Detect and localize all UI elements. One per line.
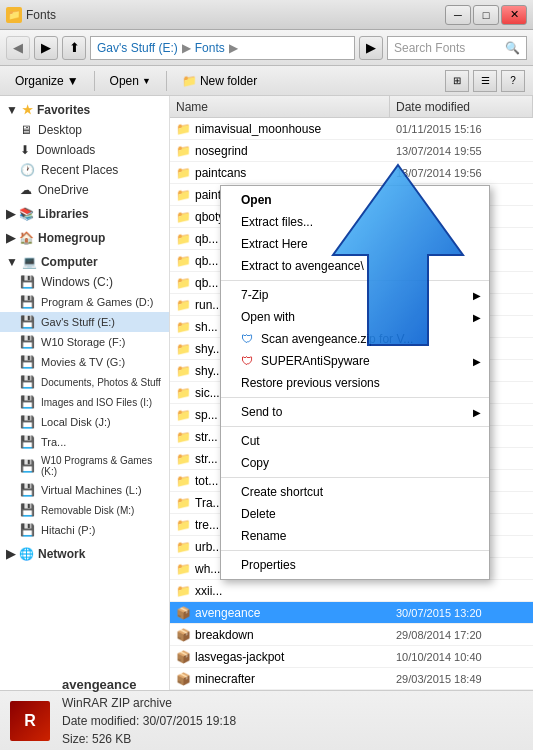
homegroup-icon: 🏠 <box>19 231 34 245</box>
sidebar-item-d[interactable]: 💾 Program & Games (D:) <box>0 292 169 312</box>
sidebar-item-f[interactable]: 💾 W10 Storage (F:) <box>0 332 169 352</box>
search-bar[interactable]: Search Fonts 🔍 <box>387 36 527 60</box>
ctx-sep-1 <box>221 280 489 281</box>
ctx-cut[interactable]: Cut <box>221 430 489 452</box>
file-row[interactable]: 📁nosegrind 13/07/2014 19:55 <box>170 140 533 162</box>
homegroup-arrow: ▶ <box>6 231 15 245</box>
file-row[interactable]: 📦breakdown 29/08/2014 17:20 <box>170 624 533 646</box>
back-button[interactable]: ◀ <box>6 36 30 60</box>
sidebar-header-favorites[interactable]: ▼ ★ Favorites <box>0 100 169 120</box>
sidebar-item-p[interactable]: 💾 Hitachi (P:) <box>0 520 169 540</box>
ctx-restore[interactable]: Restore previous versions <box>221 372 489 394</box>
computer-label: Computer <box>41 255 98 269</box>
sidebar-item-downloads[interactable]: ⬇ Downloads <box>0 140 169 160</box>
ctx-extract-files[interactable]: Extract files... <box>221 211 489 233</box>
sidebar-item-e[interactable]: 💾 Gav's Stuff (E:) <box>0 312 169 332</box>
sidebar-item-l[interactable]: 💾 Virtual Machines (L:) <box>0 480 169 500</box>
file-row[interactable]: 📁paintcans 13/07/2014 19:56 <box>170 162 533 184</box>
ctx-send-to[interactable]: Send to ▶ <box>221 401 489 423</box>
ctx-copy[interactable]: Copy <box>221 452 489 474</box>
sidebar-header-network[interactable]: ▶ 🌐 Network <box>0 544 169 564</box>
sidebar-item-desktop[interactable]: 🖥 Desktop <box>0 120 169 140</box>
ctx-scan-label: Scan avengeance.zip for V... <box>261 332 413 346</box>
sidebar-item-g[interactable]: 💾 Movies & TV (G:) <box>0 352 169 372</box>
ctx-create-shortcut[interactable]: Create shortcut <box>221 481 489 503</box>
address-part-1[interactable]: Gav's Stuff (E:) <box>97 41 178 55</box>
minimize-button[interactable]: ─ <box>445 5 471 25</box>
address-part-2[interactable]: Fonts <box>195 41 225 55</box>
sidebar-header-computer[interactable]: ▼ 💻 Computer <box>0 252 169 272</box>
drive-j-icon: 💾 <box>20 415 35 429</box>
up-button[interactable]: ⬆ <box>62 36 86 60</box>
window-title: Fonts <box>26 8 56 22</box>
drive-tra-label: Tra... <box>41 436 66 448</box>
drive-e-icon: 💾 <box>20 315 35 329</box>
address-go-button[interactable]: ▶ <box>359 36 383 60</box>
file-row[interactable]: 📦lasvegas-jackpot 10/10/2014 10:40 <box>170 646 533 668</box>
ctx-rename-label: Rename <box>241 529 286 543</box>
recent-icon: 🕐 <box>20 163 35 177</box>
ctx-superantispyware-icon: 🛡 <box>241 354 253 368</box>
sidebar-item-recent[interactable]: 🕐 Recent Places <box>0 160 169 180</box>
open-button[interactable]: Open ▼ <box>103 71 158 91</box>
help-button[interactable]: ? <box>501 70 525 92</box>
sidebar-item-onedrive[interactable]: ☁ OneDrive <box>0 180 169 200</box>
drive-g-label: Movies & TV (G:) <box>41 356 125 368</box>
column-header-name[interactable]: Name <box>170 96 390 117</box>
ctx-properties[interactable]: Properties <box>221 554 489 576</box>
homegroup-label: Homegroup <box>38 231 105 245</box>
ctx-sep-4 <box>221 477 489 478</box>
maximize-button[interactable]: □ <box>473 5 499 25</box>
drive-i-icon: 💾 <box>20 395 35 409</box>
drive-m-icon: 💾 <box>20 503 35 517</box>
ctx-superantispyware[interactable]: 🛡 SUPERAntiSpyware ▶ <box>221 350 489 372</box>
close-button[interactable]: ✕ <box>501 5 527 25</box>
address-bar[interactable]: Gav's Stuff (E:) ▶ Fonts ▶ <box>90 36 355 60</box>
sidebar-item-c[interactable]: 💾 Windows (C:) <box>0 272 169 292</box>
column-header-date[interactable]: Date modified <box>390 96 533 117</box>
sidebar-item-h[interactable]: 💾 Documents, Photos & Stuff <box>0 372 169 392</box>
sidebar-item-k[interactable]: 💾 W10 Programs & Games (K:) <box>0 452 169 480</box>
folder-icon: 📁 <box>176 474 191 488</box>
sidebar-header-libraries[interactable]: ▶ 📚 Libraries <box>0 204 169 224</box>
file-row[interactable]: 📁nimavisual_moonhouse 01/11/2015 15:16 <box>170 118 533 140</box>
file-row[interactable]: 📁xxii... <box>170 580 533 602</box>
ctx-rename[interactable]: Rename <box>221 525 489 547</box>
new-folder-button[interactable]: 📁 New folder <box>175 71 264 91</box>
toolbar: Organize ▼ Open ▼ 📁 New folder ⊞ ☰ ? <box>0 66 533 96</box>
recent-label: Recent Places <box>41 163 118 177</box>
view-details-button[interactable]: ☰ <box>473 70 497 92</box>
ctx-extract-to[interactable]: Extract to avengeance\ <box>221 255 489 277</box>
ctx-open-with[interactable]: Open with ▶ <box>221 306 489 328</box>
drive-p-label: Hitachi (P:) <box>41 524 95 536</box>
view-toggle-button[interactable]: ⊞ <box>445 70 469 92</box>
ctx-open[interactable]: Open <box>221 189 489 211</box>
status-info: avengeance WinRAR ZIP archive Date modif… <box>62 675 236 750</box>
ctx-superantispyware-arrow: ▶ <box>473 356 481 367</box>
forward-button[interactable]: ▶ <box>34 36 58 60</box>
drive-l-label: Virtual Machines (L:) <box>41 484 142 496</box>
toolbar-separator-1 <box>94 71 95 91</box>
sidebar-item-j[interactable]: 💾 Local Disk (J:) <box>0 412 169 432</box>
sidebar-item-m[interactable]: 💾 Removable Disk (M:) <box>0 500 169 520</box>
navigation-bar: ◀ ▶ ⬆ Gav's Stuff (E:) ▶ Fonts ▶ ▶ Searc… <box>0 30 533 66</box>
ctx-7zip[interactable]: 7-Zip ▶ <box>221 284 489 306</box>
status-date-modified: Date modified: 30/07/2015 19:18 <box>62 712 236 730</box>
ctx-delete[interactable]: Delete <box>221 503 489 525</box>
status-filename: avengeance <box>62 675 236 695</box>
libraries-icon: 📚 <box>19 207 34 221</box>
file-list-header: Name Date modified <box>170 96 533 118</box>
drive-k-label: W10 Programs & Games (K:) <box>41 455 163 477</box>
sidebar-item-i[interactable]: 💾 Images and ISO Files (I:) <box>0 392 169 412</box>
file-row-selected[interactable]: 📦avengeance 30/07/2015 13:20 <box>170 602 533 624</box>
folder-icon: 📁 <box>176 430 191 444</box>
sidebar-item-tra[interactable]: 💾 Tra... <box>0 432 169 452</box>
ctx-extract-here[interactable]: Extract Here <box>221 233 489 255</box>
folder-icon: 📁 <box>176 144 191 158</box>
ctx-cut-label: Cut <box>241 434 260 448</box>
sidebar-header-homegroup[interactable]: ▶ 🏠 Homegroup <box>0 228 169 248</box>
ctx-sep-3 <box>221 426 489 427</box>
organize-button[interactable]: Organize ▼ <box>8 71 86 91</box>
ctx-scan[interactable]: 🛡 Scan avengeance.zip for V... <box>221 328 489 350</box>
collapse-arrow: ▼ <box>6 103 18 117</box>
